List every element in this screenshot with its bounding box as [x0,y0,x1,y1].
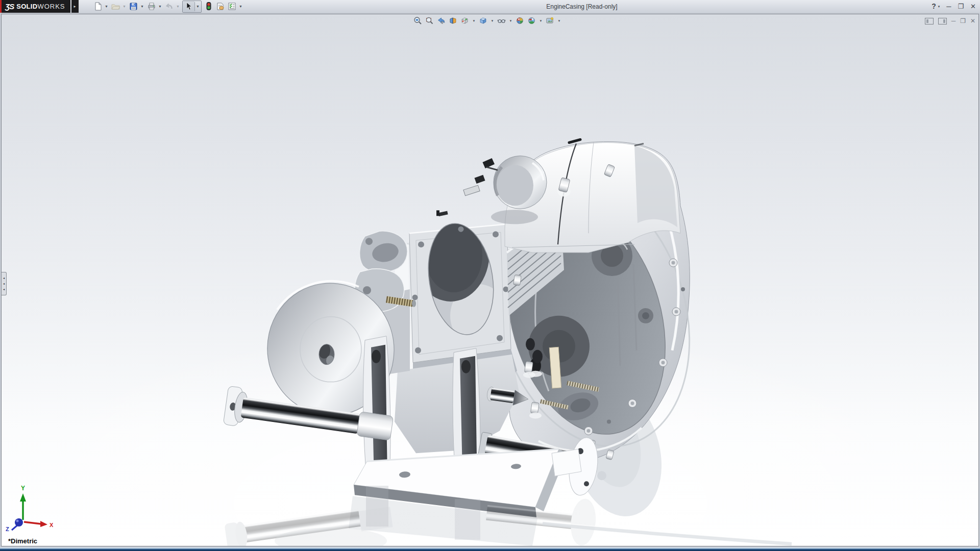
help-dropdown[interactable]: ▾ [938,0,940,13]
document-window-controls: ─ ❐ ✕ [925,17,975,25]
section-view-icon [449,16,457,25]
open-folder-icon [111,2,120,11]
view-orientation-dropdown[interactable]: ▼ [472,19,476,22]
previous-view-button[interactable] [436,16,446,26]
section-view-button[interactable] [448,16,458,26]
splitter-arrow-icon: ◂ [3,276,5,281]
options-icon [227,2,237,11]
options-button[interactable] [226,1,238,12]
triad-z-label: Z [6,526,9,532]
doc-restore-icon[interactable]: ❐ [960,17,966,25]
window-controls: ? ▾ ─ ❐ ✕ [932,0,976,13]
view-orientation-button[interactable] [460,16,470,26]
hide-show-items-icon [497,16,506,25]
heads-up-view-toolbar: ▼ ▼ ▼ [413,16,561,26]
view-orientation-label: *Dimetric [8,537,37,545]
hide-show-items-button[interactable] [497,16,506,26]
display-style-dropdown[interactable]: ▼ [490,19,495,22]
apply-scene-icon [527,16,536,25]
save-icon [129,2,138,11]
feature-pane-splitter-tab[interactable]: ◂ ◂ ◂ [2,272,7,295]
new-dropdown[interactable]: ▼ [104,1,110,12]
display-style-button[interactable] [478,16,488,26]
options-dropdown[interactable]: ▼ [238,1,244,12]
restore-button[interactable]: ❐ [958,0,964,13]
engine-casing-model[interactable] [2,14,978,546]
splitter-arrow-icon: ◂ [3,281,5,287]
zoom-to-fit-icon [413,16,422,25]
solidworks-logo-icon: ƷS [5,2,14,11]
zoom-to-area-button[interactable] [425,16,434,26]
title-bar: ƷS SOLIDWORKS ▸ ▼ ▼ [0,0,980,13]
brand-solid: SOLID [16,3,37,10]
print-icon [146,2,156,11]
rebuild-button[interactable] [203,1,214,12]
zoom-to-fit-button[interactable] [413,16,423,26]
hide-show-items-dropdown[interactable]: ▼ [508,19,513,22]
minimize-button[interactable]: ─ [946,0,951,13]
new-button[interactable] [92,1,104,12]
pane-right-icon[interactable] [938,18,947,24]
select-button[interactable] [183,1,194,12]
close-button[interactable]: ✕ [970,0,976,13]
view-settings-icon [546,16,554,25]
undo-icon [164,2,174,11]
help-button[interactable]: ? [932,0,936,13]
file-properties-icon [215,2,225,11]
triad-y-label: Y [21,485,25,492]
viewport-frame: ▼ ▼ ▼ [0,13,980,547]
apply-scene-button[interactable] [527,16,536,26]
view-settings-button[interactable] [545,16,555,26]
document-title: EngineCasing [Read-only] [490,3,674,10]
open-dropdown[interactable]: ▼ [121,1,128,12]
save-button[interactable] [128,1,139,12]
select-cursor-icon [184,2,193,11]
zoom-to-area-icon [425,16,434,25]
menu-flyout-tab[interactable]: ▸ [71,0,79,13]
new-document-icon [93,2,103,11]
doc-close-icon[interactable]: ✕ [970,17,975,25]
previous-view-icon [437,16,446,25]
edit-appearance-button[interactable] [515,16,525,26]
apply-scene-dropdown[interactable]: ▼ [538,19,543,22]
view-orientation-icon [460,16,469,25]
undo-dropdown[interactable]: ▼ [175,1,181,12]
doc-minimize-icon[interactable]: ─ [951,17,956,25]
brand-works: WORKS [37,3,65,10]
orientation-triad: Y X Z [5,483,56,532]
pane-left-icon[interactable] [925,18,934,24]
file-properties-button[interactable] [214,1,226,12]
save-dropdown[interactable]: ▼ [139,1,145,12]
triad-x-label: X [50,522,54,528]
select-button-group: ▼ [182,1,202,13]
window-bottom-border [0,547,980,551]
print-dropdown[interactable]: ▼ [157,1,163,12]
open-button[interactable] [110,1,121,12]
display-style-icon [479,16,487,25]
graphics-area[interactable]: ▼ ▼ ▼ [1,14,979,546]
select-dropdown[interactable]: ▼ [195,1,201,12]
print-button[interactable] [145,1,157,12]
rebuild-traffic-light-icon [204,2,213,11]
undo-button[interactable] [163,1,175,12]
edit-appearance-icon [516,16,524,25]
solidworks-logo: ƷS SOLIDWORKS [2,0,70,13]
standard-toolbar: ▼ ▼ ▼ [92,1,244,13]
view-settings-dropdown[interactable]: ▼ [557,19,561,22]
splitter-arrow-icon: ◂ [3,287,5,292]
